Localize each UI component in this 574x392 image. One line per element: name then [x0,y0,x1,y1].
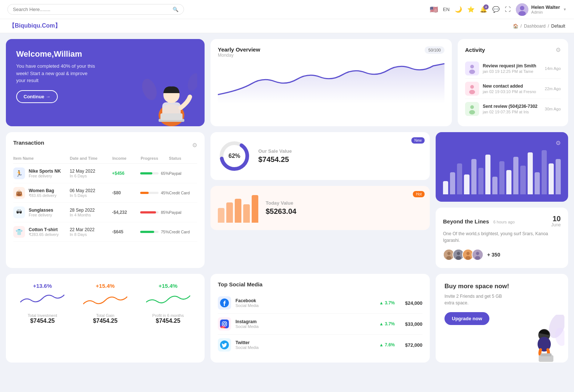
expand-button[interactable]: ⛶ [505,6,511,13]
item-sub-2: Free delivery [29,213,53,217]
activity-item-1: New contact added jan 02 19 03:10 PM at … [465,79,561,99]
svg-point-18 [469,110,475,114]
beyond-avatar-3 [472,249,483,261]
bar-chart-card: ⚙ [436,132,568,202]
welcome-subtitle: You have completed 40% of your this week… [16,63,97,84]
notification-button[interactable]: 🔔 4 [480,6,487,13]
status-3: Credit Card [169,230,197,234]
message-button[interactable]: 💬 [492,6,500,13]
activity-name-0: Review request jim Smith [483,63,541,68]
mini-stat-2: +15.4% Profit in 6 months $7454.25 [140,283,196,354]
social-amount-0: $24,000 [405,300,422,306]
bar-item-0 [443,181,448,194]
bar-item-3 [464,174,469,194]
twitter-icon [218,338,231,352]
beyond-desc: One Of the world,s brightest, young surf… [443,230,561,244]
brand-title: 【Biqubiqu.Com】 [9,22,61,30]
yearly-chart [218,59,444,103]
bar-item-7 [492,177,497,194]
bar-chart-settings-button[interactable]: ⚙ [556,140,561,146]
upgrade-title: Buy more space now! [444,283,559,290]
activity-sub-1: jan 02 19 03:10 PM at Fresno [483,89,536,94]
table-row-3: 👕 Cotton T-shirt ₹283.65 delivery 22 Mar… [13,222,197,242]
svg-point-11 [470,65,474,68]
beyond-month: June [551,222,561,227]
bar-item-1 [450,172,455,194]
sale-card-1: Hot Today Value $5263.04 [210,186,430,230]
beyond-avatars [443,249,481,261]
item-sub-1: ₹83.65 delivery [29,193,57,198]
welcome-title: Welcome,William [16,49,194,59]
activity-text-2: Sent review (504)236-7302 jan 02 19 07:3… [483,104,541,114]
activity-name-1: New contact added [483,84,541,89]
mini-stat-chart-2 [140,291,196,310]
transaction-settings-button[interactable]: ⚙ [192,142,197,149]
status-1: Credit Card [169,191,197,195]
progress-pct-1: 45% [161,191,169,195]
bar-item-16 [556,159,561,194]
col-date: Date and Time [70,156,112,160]
search-icon: 🔍 [173,7,178,12]
col-item: Item Name [13,156,70,160]
activity-text-0: Review request jim Smith jan 03 19 12:25… [483,63,541,74]
breadcrumb-dashboard[interactable]: Dashboard [524,24,546,29]
main-row2: Transaction ⚙ Item Name Date and Time In… [6,132,568,268]
search-bar[interactable]: 🔍 [7,4,184,15]
donut-0: 62% [218,140,251,173]
svg-point-15 [469,90,475,94]
activity-sub-0: jan 03 19 12:25 PM at Tame [483,69,533,74]
welcome-illustration [142,67,197,126]
table-row-0: 🏃 Nike Sports NK Free delivery 12 May 20… [13,164,197,183]
bar-item-4 [471,159,476,194]
mini-stat-value-2: $7454.25 [140,318,196,324]
sale-badge-0: New [411,137,425,144]
continue-button[interactable]: Continue → [16,90,58,103]
activity-sub-2: jan 02 19 07:35 PM at Iris [483,110,529,114]
dark-mode-button[interactable]: 🌙 [455,6,462,13]
sale-value-1: $5263.04 [266,207,296,216]
svg-point-27 [456,256,461,260]
col-progress: Progress [141,156,169,160]
activity-settings-button[interactable]: ⚙ [556,46,561,53]
mini-stat-pct-0: +13.6% [15,283,70,289]
breadcrumb-separator2: / [548,24,549,29]
income-0: +$456 [112,171,141,176]
bar-item-15 [549,163,554,194]
sale-cards: New 62% Our Sale Value $7454.25 Hot [210,132,430,268]
beyond-time: 6 hours ago [493,220,515,224]
item-name-1: Women Bag [29,188,57,193]
activity-card: Activity ⚙ Review request jim Smith jan … [458,39,568,126]
social-row-2: Twitter Social Media ▲ 7.6% $72,000 [218,335,422,355]
notification-badge: 4 [483,4,489,10]
svg-rect-45 [541,353,552,356]
breadcrumb-separator1: / [521,24,522,29]
date-main-3: 22 Mar 2022 [70,227,112,232]
home-icon[interactable]: 🏠 [513,24,518,29]
bar-item-5 [478,168,483,194]
social-title: Top Social Media [218,281,422,287]
table-row-2: 🕶 Sunglasses Free delivery 28 Sep 2022 I… [13,203,197,222]
mini-stat-value-0: $7454.25 [15,318,70,324]
bar-item-10 [513,157,518,194]
upgrade-illustration [517,315,564,363]
bar-item-12 [528,152,533,194]
search-input[interactable] [13,7,170,12]
progress-1: 45% [140,191,169,195]
bar-item-6 [485,155,490,194]
svg-rect-35 [220,319,229,328]
progress-0: 65% [140,171,169,176]
svg-point-32 [476,252,479,255]
social-name-0: Facebook [235,298,259,303]
bar-item-13 [535,172,540,194]
mini-stat-chart-1 [78,291,133,310]
upgrade-button[interactable]: Upgrade now [444,312,489,325]
item-icon-0: 🏃 [13,167,25,179]
progress-pct-0: 65% [161,171,169,176]
upgrade-desc: Invite 2 Friends and get 5 GB extra spac… [444,293,511,306]
star-button[interactable]: ⭐ [467,6,475,13]
user-info[interactable]: Helen Walter Admin ▼ [516,3,567,16]
upgrade-card: Buy more space now! Invite 2 Friends and… [436,274,568,363]
mini-stat-label-0: Total Investment [15,313,70,318]
social-media-card: Top Social Media Facebook Social Media ▲… [210,274,430,363]
social-amount-2: $72,000 [405,342,422,348]
